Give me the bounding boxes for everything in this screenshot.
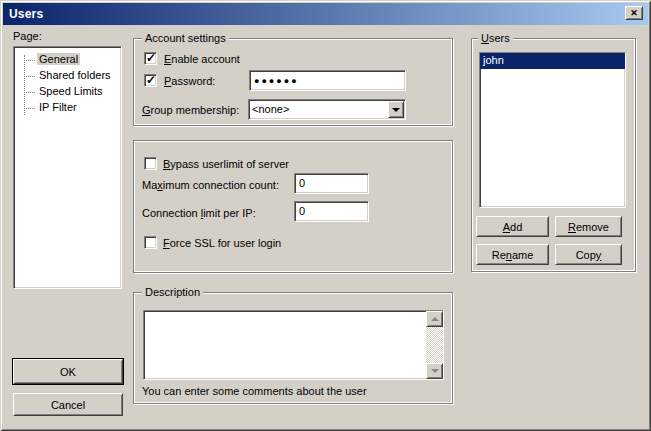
page-tree-rows: GeneralShared foldersSpeed LimitsIP Filt… [16, 52, 119, 116]
connection-limit-per-ip-value: 0 [299, 205, 305, 217]
force-ssl-label[interactable]: Force SSL for user login [163, 237, 281, 250]
account-settings-group: Account settings Enable account Password… [133, 38, 453, 126]
tree-item-label: Shared folders [37, 69, 113, 81]
description-hint: You can enter some comments about the us… [142, 385, 367, 398]
tree-item-label: General [37, 53, 80, 65]
tree-item[interactable]: Shared folders [16, 68, 119, 84]
arrow-up-icon [431, 313, 439, 321]
user-list-item[interactable]: john [480, 53, 625, 69]
copy-button[interactable]: Copy [555, 244, 622, 265]
group-membership-value: <none> [252, 100, 289, 119]
bypass-userlimit-label[interactable]: Bypass userlimit of server [163, 158, 289, 171]
rename-button[interactable]: Rename [476, 244, 549, 265]
users-group: Users john Add Remove Rename Copy [471, 38, 636, 272]
titlebar[interactable]: Users [3, 3, 648, 25]
bypass-userlimit-checkbox[interactable] [144, 157, 157, 170]
description-legend: Description [142, 286, 203, 299]
dropdown-arrow-button[interactable] [388, 101, 404, 118]
account-settings-legend: Account settings [142, 32, 229, 45]
users-listbox[interactable]: john [479, 52, 626, 208]
users-list-rows: john [480, 53, 625, 69]
users-legend: Users [478, 32, 513, 45]
description-textarea[interactable] [143, 310, 444, 380]
max-connection-count-input[interactable]: 0 [294, 173, 369, 194]
close-button[interactable]: ✕ [625, 6, 643, 20]
tree-item[interactable]: General [16, 52, 119, 68]
users-dialog: Users ✕ Page: GeneralShared foldersSpeed… [0, 0, 651, 431]
connection-limit-per-ip-label: Connection limit per IP: [142, 207, 256, 220]
chevron-down-icon [392, 108, 400, 116]
group-membership-label: Group membership: [142, 104, 239, 117]
enable-account-label[interactable]: Enable account [164, 53, 240, 66]
connection-limit-per-ip-input[interactable]: 0 [294, 201, 369, 222]
scroll-down-button[interactable] [426, 363, 443, 379]
arrow-down-icon [431, 369, 439, 377]
description-group: Description You can enter some comments … [133, 292, 453, 404]
tree-item-label: IP Filter [37, 101, 79, 113]
connection-limits-group: Bypass userlimit of server Maximum conne… [133, 140, 453, 273]
ok-button[interactable]: OK [13, 359, 123, 384]
max-connection-count-value: 0 [299, 177, 305, 189]
password-input[interactable]: ●●●●●● [249, 70, 406, 91]
max-connection-count-label: Maximum connection count: [142, 179, 279, 192]
add-button[interactable]: Add [476, 216, 549, 237]
description-scrollbar[interactable] [426, 311, 443, 379]
page-tree[interactable]: GeneralShared foldersSpeed LimitsIP Filt… [13, 46, 122, 289]
description-text [147, 313, 423, 377]
window-title: Users [3, 7, 43, 21]
enable-account-checkbox[interactable] [144, 52, 157, 65]
tree-item-label: Speed Limits [37, 85, 105, 97]
password-masked-value: ●●●●●● [254, 76, 299, 86]
password-label[interactable]: Password: [164, 75, 215, 88]
remove-button[interactable]: Remove [555, 216, 622, 237]
tree-item[interactable]: IP Filter [16, 100, 119, 116]
tree-item[interactable]: Speed Limits [16, 84, 119, 100]
group-membership-dropdown[interactable]: <none> [248, 99, 406, 120]
close-icon: ✕ [630, 8, 638, 18]
password-checkbox[interactable] [144, 74, 157, 87]
force-ssl-checkbox[interactable] [144, 236, 157, 249]
page-label: Page: [13, 30, 42, 43]
cancel-button[interactable]: Cancel [13, 393, 123, 416]
scroll-up-button[interactable] [426, 311, 443, 327]
